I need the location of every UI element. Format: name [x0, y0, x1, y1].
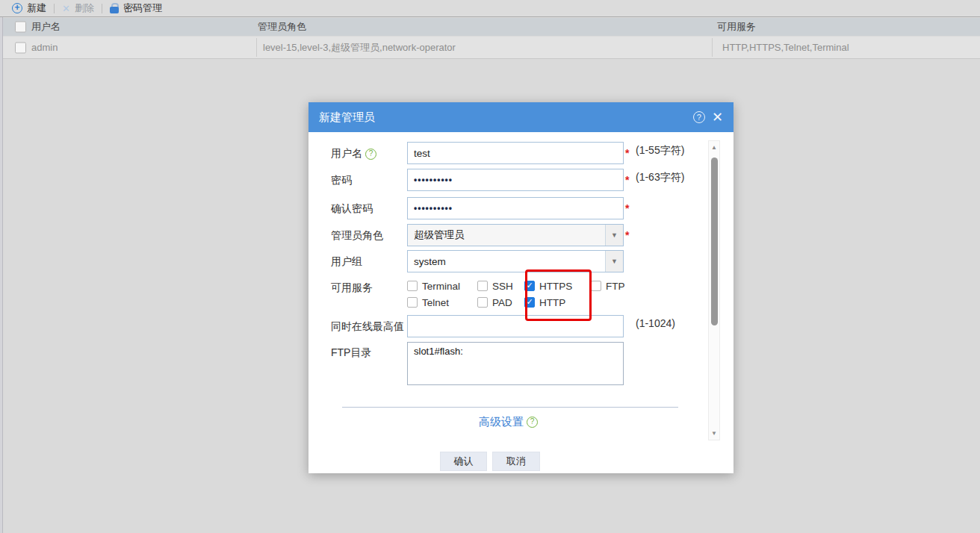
section-divider: [342, 407, 678, 408]
confirm-password-input[interactable]: [407, 197, 624, 219]
max-online-label: 同时在线最高值: [331, 320, 404, 334]
services-row-1: Terminal SSH HTTPS FTP: [407, 279, 636, 293]
dialog-scrollbar[interactable]: ▲ ▼: [708, 140, 720, 440]
plus-circle-icon: +: [12, 3, 22, 13]
password-hint: (1-63字符): [636, 171, 684, 184]
new-admin-dialog: 新建管理员 ? ✕ 用户名 ? * (1-55字符) 密码 * (1-63字符)…: [308, 102, 734, 473]
ssh-checkbox[interactable]: [477, 281, 488, 291]
https-checkbox[interactable]: [524, 281, 535, 291]
http-checkbox-label: HTTP: [539, 297, 565, 308]
required-asterisk: *: [625, 202, 629, 214]
password-label: 密码: [331, 174, 352, 187]
delete-button-label: 删除: [75, 1, 94, 15]
max-online-hint: (1-1024): [636, 317, 675, 329]
advanced-settings-label: 高级设置: [479, 415, 524, 429]
role-label: 管理员角色: [331, 229, 383, 243]
lock-icon: [110, 3, 119, 13]
username-label: 用户名 ?: [331, 147, 376, 160]
user-group-select[interactable]: system ▼: [407, 250, 624, 272]
dialog-title: 新建管理员: [319, 110, 375, 125]
column-divider: [712, 38, 713, 57]
window-left-edge: [0, 0, 3, 533]
chevron-down-icon[interactable]: ▼: [605, 225, 623, 246]
delete-x-icon: ✕: [62, 3, 70, 14]
scroll-down-icon[interactable]: ▼: [709, 430, 719, 437]
delete-button[interactable]: ✕ 删除: [62, 1, 94, 15]
ftp-dir-textarea[interactable]: [407, 342, 624, 385]
toolbar-separator: [54, 4, 55, 13]
row-username: admin: [31, 42, 58, 53]
telnet-checkbox-label: Telnet: [422, 297, 449, 308]
cancel-button[interactable]: 取消: [492, 452, 540, 471]
advanced-help-icon[interactable]: ?: [527, 417, 538, 428]
row-checkbox[interactable]: [15, 42, 26, 53]
required-asterisk: *: [625, 147, 629, 159]
password-mgmt-button[interactable]: 密码管理: [110, 1, 162, 15]
required-asterisk: *: [625, 229, 629, 241]
pad-checkbox[interactable]: [477, 297, 488, 308]
username-help-icon[interactable]: ?: [365, 149, 376, 160]
terminal-checkbox[interactable]: [407, 281, 418, 291]
services-row-2: Telnet PAD HTTP: [407, 296, 591, 309]
username-hint: (1-55字符): [636, 144, 684, 158]
chevron-down-icon[interactable]: ▼: [605, 251, 623, 272]
scrollbar-thumb[interactable]: [711, 158, 718, 325]
https-checkbox-label: HTTPS: [539, 281, 572, 292]
user-group-label: 用户组: [331, 255, 362, 269]
pad-checkbox-label: PAD: [492, 297, 512, 308]
username-input[interactable]: [407, 142, 624, 164]
services-label: 可用服务: [331, 281, 373, 295]
new-button-label: 新建: [27, 1, 46, 15]
column-divider: [256, 38, 257, 57]
table-row[interactable]: admin level-15,level-3,超级管理员,network-ope…: [0, 37, 980, 59]
ftp-dir-label: FTP目录: [331, 346, 371, 360]
new-button[interactable]: + 新建: [12, 1, 46, 15]
table-header: 用户名 管理员角色 可用服务: [0, 18, 980, 36]
column-header-username[interactable]: 用户名: [31, 20, 61, 34]
max-online-input[interactable]: [407, 315, 624, 337]
telnet-checkbox[interactable]: [407, 297, 418, 308]
role-select[interactable]: 超级管理员 ▼: [407, 224, 624, 246]
scroll-up-icon[interactable]: ▲: [709, 144, 719, 151]
confirm-button[interactable]: 确认: [440, 452, 487, 471]
password-input[interactable]: [407, 169, 624, 191]
advanced-settings-link[interactable]: 高级设置 ?: [308, 415, 708, 429]
ftp-checkbox[interactable]: [591, 281, 601, 291]
dialog-help-icon[interactable]: ?: [693, 111, 705, 123]
ssh-checkbox-label: SSH: [492, 281, 513, 292]
row-services: HTTP,HTTPS,Telnet,Terminal: [722, 42, 849, 53]
select-all-checkbox[interactable]: [15, 22, 26, 33]
column-header-role[interactable]: 管理员角色: [258, 20, 306, 34]
role-value: 超级管理员: [408, 228, 465, 242]
dialog-close-icon[interactable]: ✕: [712, 111, 723, 123]
toolbar: + 新建 ✕ 删除 密码管理: [0, 0, 980, 17]
user-group-value: system: [408, 256, 446, 267]
password-mgmt-label: 密码管理: [123, 1, 162, 15]
row-roles: level-15,level-3,超级管理员,network-operator: [263, 41, 456, 54]
terminal-checkbox-label: Terminal: [422, 281, 460, 292]
required-asterisk: *: [625, 174, 629, 186]
http-checkbox[interactable]: [524, 297, 535, 308]
toolbar-separator: [102, 4, 102, 13]
column-header-services[interactable]: 可用服务: [717, 20, 756, 34]
confirm-password-label: 确认密码: [331, 202, 373, 216]
ftp-checkbox-label: FTP: [606, 281, 625, 292]
dialog-titlebar: 新建管理员 ? ✕: [308, 102, 734, 132]
